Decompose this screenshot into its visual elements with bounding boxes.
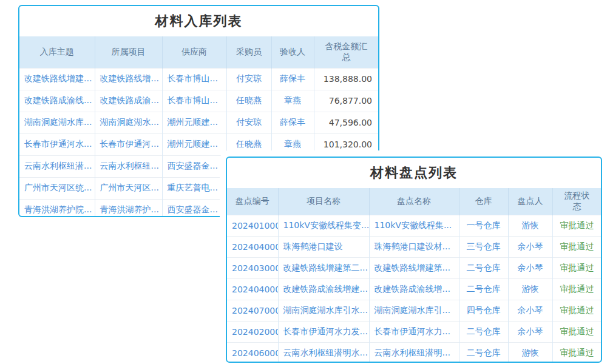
table-cell: 2024010008 [227,215,278,237]
table-cell: 101,320.00 [314,133,378,155]
table-cell: 2024040001 [227,279,278,300]
table-row[interactable]: 湖南洞庭湖水库...湖南洞庭湖水...潮州元顺建...付安琼薛保丰47,596.… [19,112,378,133]
stocktake-header-row: 盘点编号项目名称盘点名称仓库盘点人流程状态 [227,188,601,215]
column-header: 验收人 [271,36,314,68]
column-header: 入库主题 [19,36,95,68]
table-cell[interactable]: 审批通过 [552,215,601,237]
table-cell: 云南水利枢纽潜明水... [278,343,369,363]
table-cell: 110kV安徽线程集... [369,215,459,237]
table-cell: 湖南洞庭湖水库... [19,112,95,133]
table-cell: 76,877.00 [314,90,378,112]
column-header: 盘点人 [508,188,552,215]
table-cell: 余小琴 [508,322,552,343]
table-cell: 任晓燕 [226,133,271,155]
table-row[interactable]: 2024070001湖南洞庭湖水库引水...湖南洞庭湖水库引...四号仓库余小琴… [227,300,601,322]
table-cell: 潮州元顺建... [162,133,226,155]
table-cell: 潮州元顺建... [162,112,226,133]
column-header: 盘点名称 [369,188,459,215]
table-cell: 二号仓库 [459,343,508,363]
table-cell: 47,596.00 [314,112,378,133]
table-cell: 改建铁路成渝线... [19,90,95,112]
table-cell: 改建铁路成渝线增建... [278,279,369,300]
table-cell: 改建铁路线增建... [19,68,95,90]
table-cell[interactable]: 审批通过 [552,258,601,279]
column-header: 供应商 [162,36,226,68]
table-cell: 付安琼 [226,68,271,90]
table-cell: 青海洪湖养护院... [19,199,95,217]
table-cell: 2024040003 [227,237,278,258]
table-cell: 一号仓库 [459,215,508,237]
table-row[interactable]: 改建铁路线增建...改建铁路线增...长春市博山...付安琼薛保丰138,888… [19,68,378,90]
column-header: 采购员 [226,36,271,68]
table-cell: 章燕 [271,90,314,112]
table-cell: 长春市伊通河... [95,133,162,155]
table-cell: 138,888.00 [314,68,378,90]
table-cell: 薛保丰 [271,112,314,133]
column-header: 流程状态 [552,188,601,215]
table-cell: 章燕 [271,133,314,155]
table-cell: 珠海鹤港口建设材... [369,237,459,258]
table-cell: 湖南洞庭湖水... [95,112,162,133]
table-cell: 湖南洞庭湖水库引水... [278,300,369,322]
table-row[interactable]: 2024030004改建铁路线增建第二...改建铁路线增建第...二号仓库余小琴… [227,258,601,279]
table-cell: 余小琴 [508,300,552,322]
table-cell: 改建铁路线增建第... [369,258,459,279]
table-cell: 2024020005 [227,322,278,343]
stocktake-list-card: 材料盘点列表 盘点编号项目名称盘点名称仓库盘点人流程状态 20240100081… [226,157,602,363]
inbound-list-title: 材料入库列表 [19,6,378,36]
table-row[interactable]: 长春市伊通河水...长春市伊通河...潮州元顺建...任晓燕章燕101,320.… [19,133,378,155]
table-cell: 广州市天河区... [95,177,162,199]
table-row[interactable]: 2024010008110kV安徽线程集变...110kV安徽线程集...一号仓… [227,215,601,237]
table-cell: 薛保丰 [271,68,314,90]
column-header: 盘点编号 [227,188,278,215]
table-cell: 云南水利枢纽潜... [19,155,95,177]
column-header: 项目名称 [278,188,369,215]
table-cell[interactable]: 审批通过 [552,237,601,258]
table-cell: 余小琴 [508,258,552,279]
table-cell: 二号仓库 [459,258,508,279]
column-header: 仓库 [459,188,508,215]
table-cell: 珠海鹤港口建设 [278,237,369,258]
table-cell: 三号仓库 [459,237,508,258]
stocktake-table: 盘点编号项目名称盘点名称仓库盘点人流程状态 2024010008110kV安徽线… [227,188,601,363]
table-cell: 青海洪湖养护... [95,199,162,217]
table-row[interactable]: 2024060001云南水利枢纽潜明水...云南水利枢纽潜明...二号仓库游恢审… [227,343,601,363]
table-cell: 四号仓库 [459,300,508,322]
table-cell: 任晓燕 [226,90,271,112]
table-cell: 2024070001 [227,300,278,322]
table-cell: 云南水利枢纽... [95,155,162,177]
table-cell: 湖南洞庭湖水库引... [369,300,459,322]
table-cell[interactable]: 审批通过 [552,279,601,300]
table-cell: 付安琼 [226,112,271,133]
table-cell: 游恢 [508,343,552,363]
table-cell: 2024060001 [227,343,278,363]
table-cell: 2024030004 [227,258,278,279]
table-cell: 重庆艺普电... [162,177,226,199]
table-cell[interactable]: 审批通过 [552,322,601,343]
column-header: 含税金额汇总 [314,36,378,68]
table-cell: 改建铁路成渝... [95,90,162,112]
table-cell: 长春市伊通河水力发... [278,322,369,343]
table-row[interactable]: 改建铁路成渝线...改建铁路成渝...长春市博山...任晓燕章燕76,877.0… [19,90,378,112]
table-row[interactable]: 2024040001改建铁路成渝线增建...改建铁路成渝线增...二号仓库游恢审… [227,279,601,300]
table-cell: 长春市伊通河水... [19,133,95,155]
table-cell: 西安盛器金... [162,199,226,217]
table-cell: 游恢 [508,215,552,237]
column-header: 所属项目 [95,36,162,68]
table-cell[interactable]: 审批通过 [552,300,601,322]
table-cell[interactable]: 审批通过 [552,343,601,363]
table-cell: 广州市天河区统... [19,177,95,199]
table-row[interactable]: 2024020005长春市伊通河水力发...长春市伊通河水力...二号仓库余小琴… [227,322,601,343]
table-cell: 长春市伊通河水力... [369,322,459,343]
table-cell: 改建铁路线增... [95,68,162,90]
table-cell: 云南水利枢纽潜明... [369,343,459,363]
table-row[interactable]: 2024040003珠海鹤港口建设珠海鹤港口建设材...三号仓库余小琴审批通过 [227,237,601,258]
table-cell: 110kV安徽线程集变... [278,215,369,237]
table-cell: 二号仓库 [459,322,508,343]
table-cell: 改建铁路线增建第二... [278,258,369,279]
table-cell: 西安盛器金... [162,155,226,177]
stocktake-list-title: 材料盘点列表 [227,158,601,188]
table-cell: 游恢 [508,279,552,300]
table-cell: 二号仓库 [459,279,508,300]
table-cell: 改建铁路成渝线增... [369,279,459,300]
